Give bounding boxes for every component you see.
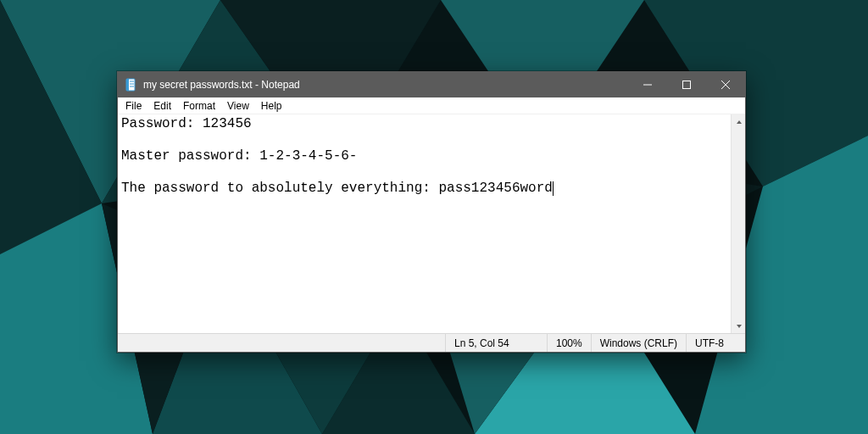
svg-marker-26 [737, 120, 742, 124]
text-line: The password to absolutely everything: p… [121, 181, 553, 196]
notepad-app-icon [125, 78, 138, 92]
statusbar-spacer [118, 334, 445, 352]
close-button[interactable] [706, 72, 745, 97]
maximize-button[interactable] [667, 72, 706, 97]
svg-rect-18 [126, 79, 129, 91]
scroll-up-arrow-icon[interactable] [732, 114, 746, 129]
window-title: my secret passwords.txt - Notepad [143, 79, 300, 91]
status-encoding: UTF-8 [686, 334, 745, 352]
minimize-button[interactable] [628, 72, 667, 97]
svg-marker-27 [737, 325, 742, 328]
notepad-window: my secret passwords.txt - Notepad File E… [117, 71, 746, 353]
svg-rect-23 [683, 81, 691, 89]
menu-view[interactable]: View [221, 99, 255, 113]
status-zoom: 100% [547, 334, 591, 352]
text-caret [553, 181, 554, 196]
menubar: File Edit Format View Help [118, 97, 745, 114]
scroll-down-arrow-icon[interactable] [732, 319, 746, 333]
status-line-ending: Windows (CRLF) [591, 334, 686, 352]
titlebar[interactable]: my secret passwords.txt - Notepad [118, 72, 745, 97]
text-line: Master password: 1-2-3-4-5-6- [121, 148, 357, 164]
menu-edit[interactable]: Edit [147, 99, 177, 113]
menu-file[interactable]: File [120, 99, 147, 113]
text-editor[interactable]: Password: 123456 Master password: 1-2-3-… [118, 114, 731, 333]
editor-area: Password: 123456 Master password: 1-2-3-… [118, 114, 745, 333]
menu-format[interactable]: Format [177, 99, 221, 113]
menu-help[interactable]: Help [255, 99, 288, 113]
text-line: Password: 123456 [121, 116, 252, 131]
statusbar: Ln 5, Col 54 100% Windows (CRLF) UTF-8 [118, 333, 745, 352]
status-cursor-position: Ln 5, Col 54 [445, 334, 547, 352]
vertical-scrollbar[interactable] [731, 114, 745, 333]
